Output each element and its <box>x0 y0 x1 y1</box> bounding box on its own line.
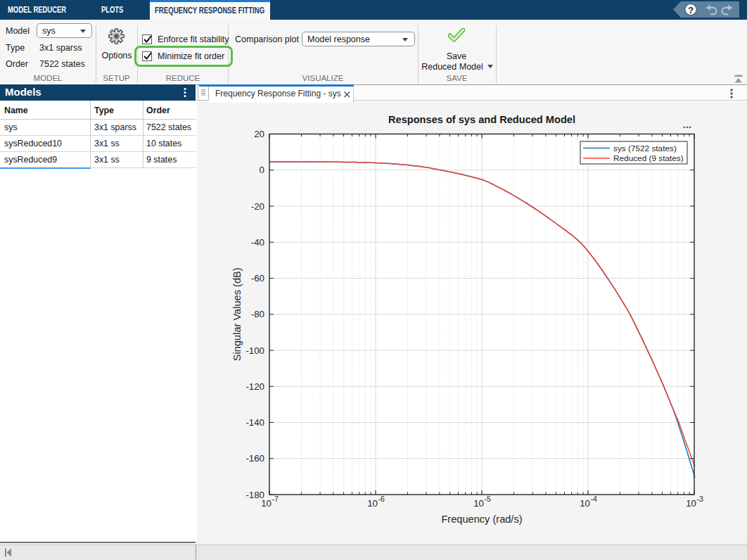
svg-text:-160: -160 <box>245 453 264 464</box>
svg-text:-20: -20 <box>251 201 264 212</box>
svg-text:-7: -7 <box>272 495 279 503</box>
svg-text:-5: -5 <box>485 495 491 503</box>
svg-text:-100: -100 <box>245 345 264 356</box>
svg-text:-6: -6 <box>378 495 385 503</box>
svg-text:-3: -3 <box>697 495 703 503</box>
svg-text:10: 10 <box>367 498 378 509</box>
svg-text:Reduced (9 states): Reduced (9 states) <box>613 153 684 163</box>
svg-text:Responses of sys and Reduced M: Responses of sys and Reduced Model <box>388 114 575 125</box>
svg-text:-120: -120 <box>245 381 264 392</box>
svg-text:10: 10 <box>580 498 590 509</box>
svg-text:0: 0 <box>260 165 264 175</box>
svg-text:sys (7522 states): sys (7522 states) <box>613 144 677 153</box>
svg-text:-80: -80 <box>251 309 264 319</box>
svg-text:-140: -140 <box>245 417 264 428</box>
svg-text:10: 10 <box>686 498 696 509</box>
svg-text:Singular Values (dB): Singular Values (dB) <box>232 267 243 361</box>
svg-text:Frequency (rad/s): Frequency (rad/s) <box>441 514 522 525</box>
svg-text:20: 20 <box>254 129 264 139</box>
svg-text:-40: -40 <box>251 237 264 248</box>
svg-text:-4: -4 <box>591 495 597 503</box>
svg-text:?: ? <box>688 5 694 15</box>
svg-text:10: 10 <box>261 498 272 509</box>
svg-text:-60: -60 <box>251 273 264 284</box>
svg-text:...: ... <box>683 118 692 130</box>
svg-text:10: 10 <box>473 498 484 509</box>
